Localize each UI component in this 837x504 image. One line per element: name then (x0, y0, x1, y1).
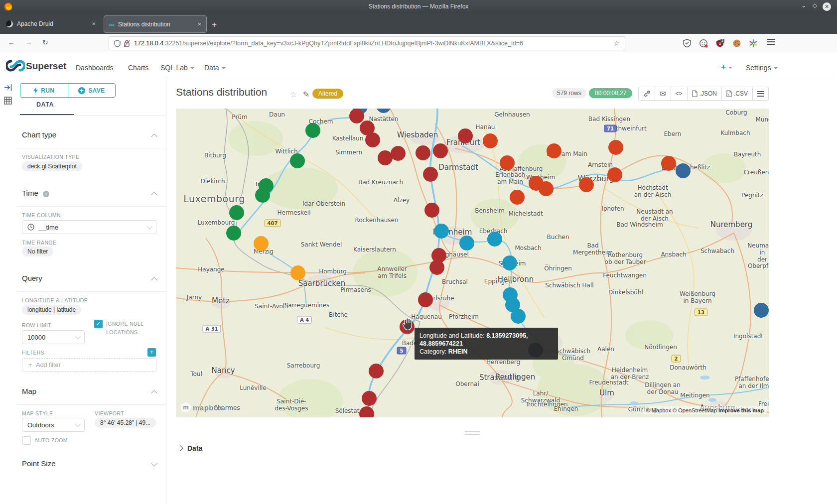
collapse-chevron-icon[interactable] (151, 133, 157, 140)
collapse-chevron-icon[interactable] (151, 192, 157, 198)
ublock-icon[interactable]: u2 (715, 39, 724, 48)
map-data-point[interactable] (500, 155, 515, 170)
lonlat-value[interactable]: longitude | latitude (22, 305, 81, 315)
map-data-point[interactable] (254, 236, 269, 251)
add-new-button[interactable]: + (721, 62, 732, 72)
extension-pinwheel-icon[interactable] (749, 39, 758, 48)
account-mask-icon[interactable] (699, 39, 708, 48)
improve-map-link[interactable]: Improve this map (718, 407, 764, 413)
export-csv-button[interactable]: x .CSV (721, 87, 752, 100)
section-map[interactable]: Map (22, 387, 36, 395)
map-data-point[interactable] (349, 109, 364, 124)
map-data-point[interactable] (608, 140, 623, 155)
tab-close-icon[interactable]: × (92, 20, 96, 27)
row-limit-select[interactable]: 10000 (22, 330, 85, 344)
map-data-point[interactable] (676, 163, 691, 178)
viewport-value[interactable]: 8° 46' 45.28" | 49... (95, 418, 156, 428)
map-data-point[interactable] (661, 156, 676, 171)
url-bar[interactable]: 172.18.0.4:32251/superset/explore/?form_… (109, 36, 625, 50)
datasource-grid-icon[interactable] (4, 97, 12, 105)
map-data-point[interactable] (391, 146, 406, 161)
new-tab-button[interactable]: + (212, 20, 217, 29)
export-json-button[interactable]: .JSON (687, 87, 721, 100)
nav-charts[interactable]: Charts (128, 64, 148, 72)
collapse-chevron-icon[interactable] (151, 390, 157, 396)
panel-drag-handle[interactable] (465, 434, 480, 435)
favorite-star-icon[interactable]: ☆ (290, 90, 297, 99)
window-close-icon[interactable]: ✕ (823, 2, 831, 11)
pocket-icon[interactable] (683, 39, 692, 48)
window-maximize-icon[interactable]: ◇ (813, 2, 817, 9)
nav-data[interactable]: Data (204, 64, 226, 72)
reload-icon[interactable]: ↻ (42, 38, 48, 46)
map-data-point[interactable] (416, 145, 430, 160)
map-data-point[interactable] (547, 143, 561, 158)
map-data-point[interactable] (511, 309, 526, 324)
cookie-icon[interactable] (732, 39, 741, 48)
save-button[interactable]: SAVE (68, 84, 116, 97)
ignore-null-checkbox[interactable]: ✓ (94, 320, 103, 328)
tab-apache-druid[interactable]: Apache Druid × (1, 15, 101, 32)
map-data-point[interactable] (229, 205, 244, 220)
run-button[interactable]: RUN (20, 84, 68, 97)
map-data-point[interactable] (369, 364, 384, 378)
panel-drag-handle[interactable] (465, 431, 480, 432)
map-data-point[interactable] (502, 255, 517, 270)
map-data-point[interactable] (483, 133, 498, 148)
bookmark-star-icon[interactable]: ☆ (613, 39, 620, 47)
map-data-point[interactable] (459, 236, 474, 251)
menu-hamburger-icon[interactable] (767, 39, 775, 45)
map-data-point[interactable] (429, 260, 444, 275)
deckgl-scatterplot-map[interactable]: PrümDaunCochemNastättenKastellaunSimmern… (176, 109, 769, 417)
section-chart-type[interactable]: Chart type (22, 130, 56, 139)
map-data-point[interactable] (510, 190, 525, 205)
map-data-point[interactable] (579, 177, 594, 192)
map-data-point[interactable] (305, 123, 320, 138)
email-button[interactable]: ✉ (655, 87, 671, 100)
permissions-shield-icon[interactable] (114, 40, 121, 47)
tab-close-icon[interactable]: × (197, 20, 201, 28)
brand-name[interactable]: Superset (26, 61, 66, 72)
more-options-button[interactable] (752, 87, 768, 100)
map-data-point[interactable] (226, 226, 241, 241)
collapse-chevron-icon[interactable] (151, 277, 157, 283)
viz-type-value[interactable]: deck.gl Scatterplot (22, 161, 82, 171)
data-panel-toggle[interactable]: Data (178, 444, 202, 452)
section-query[interactable]: Query (22, 274, 42, 282)
insecure-lock-icon[interactable] (124, 40, 130, 47)
map-data-point[interactable] (487, 232, 502, 247)
nav-sql-lab[interactable]: SQL Lab (160, 64, 194, 72)
map-style-select[interactable]: Outdoors (22, 418, 85, 432)
expand-dataset-panel-icon[interactable] (4, 83, 12, 92)
add-filter-plus-button[interactable]: + (147, 348, 156, 357)
map-data-point[interactable] (290, 153, 305, 168)
section-time[interactable]: Time i (22, 189, 49, 197)
time-column-select[interactable]: __time (22, 220, 156, 234)
expand-chevron-icon[interactable] (151, 460, 157, 467)
map-data-point[interactable] (754, 303, 769, 318)
map-data-point[interactable] (359, 406, 374, 417)
embed-code-button[interactable]: <> (671, 87, 687, 100)
time-range-value[interactable]: No filter (22, 247, 53, 256)
map-data-point[interactable] (418, 292, 433, 307)
section-point-size[interactable]: Point Size (22, 459, 56, 468)
edit-title-icon[interactable]: ✎ (303, 90, 309, 99)
mapbox-logo[interactable]: m mapbox (181, 402, 223, 412)
back-icon[interactable]: ← (8, 38, 15, 46)
map-data-point[interactable] (424, 203, 439, 218)
map-data-point[interactable] (458, 128, 473, 143)
map-data-point[interactable] (290, 265, 305, 280)
tab-stations-distribution[interactable]: ∞ Stations distribution × (104, 15, 207, 33)
map-data-point[interactable] (539, 181, 554, 196)
window-minimize-icon[interactable]: ⌄ (801, 2, 806, 9)
copy-link-button[interactable] (639, 87, 655, 100)
add-filter-box[interactable]: +Add filter (22, 358, 156, 372)
nav-dashboards[interactable]: Dashboards (76, 64, 114, 72)
settings-menu[interactable]: Settings (746, 64, 778, 72)
forward-icon[interactable]: → (25, 38, 32, 46)
auto-zoom-checkbox[interactable] (22, 436, 31, 445)
map-data-point[interactable] (607, 167, 622, 182)
map-data-point[interactable] (434, 224, 449, 239)
map-data-point[interactable] (255, 188, 270, 203)
tab-data[interactable]: DATA (16, 101, 74, 108)
